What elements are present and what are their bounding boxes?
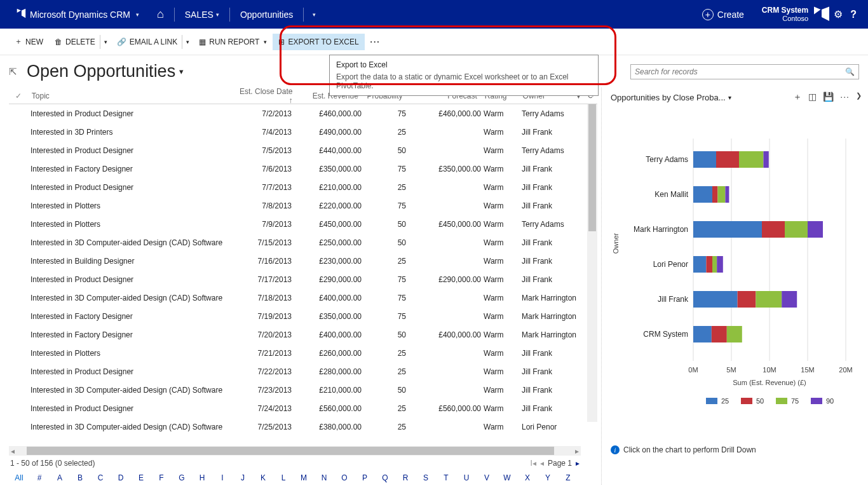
help-icon[interactable]: ? xyxy=(850,9,857,20)
table-row[interactable]: Interested in Plotters 7/21/2013 £260,00… xyxy=(9,344,597,362)
table-row[interactable]: Interested in Product Designer 7/22/2013… xyxy=(9,362,597,381)
alpha-#[interactable]: # xyxy=(29,473,50,482)
chevron-down-icon: ▾ xyxy=(179,67,184,76)
alpha-e[interactable]: E xyxy=(131,473,151,482)
table-row[interactable]: Interested in 3D Printers 7/4/2013 £490,… xyxy=(9,123,597,141)
table-row[interactable]: Interested in Building Designer 7/16/201… xyxy=(9,252,597,270)
table-row[interactable]: Interested in Plotters 7/8/2013 £220,000… xyxy=(9,196,597,215)
svg-rect-26 xyxy=(693,256,706,273)
first-page-button[interactable]: I◂ xyxy=(531,459,536,468)
collapse-chart-icon[interactable]: ❯ xyxy=(856,92,862,103)
entity-label: Opportunities xyxy=(240,10,293,20)
alpha-w[interactable]: W xyxy=(497,473,517,482)
prev-page-button[interactable]: ◂ xyxy=(540,459,544,468)
email-split[interactable]: ▾ xyxy=(182,35,193,49)
scroll-left-icon[interactable]: ◂ xyxy=(9,447,17,456)
svg-text:Sum (Est. Revenue) (£): Sum (Est. Revenue) (£) xyxy=(733,379,806,386)
area-sales[interactable]: SALES▾ xyxy=(176,0,228,29)
alpha-all[interactable]: All xyxy=(9,473,29,482)
scroll-right-icon[interactable]: ▸ xyxy=(573,447,581,456)
alpha-s[interactable]: S xyxy=(416,473,436,482)
alpha-k[interactable]: K xyxy=(253,473,273,482)
export-excel-button[interactable]: ⊞EXPORT TO EXCEL xyxy=(273,34,364,50)
delete-split[interactable]: ▾ xyxy=(100,35,111,49)
alpha-p[interactable]: P xyxy=(355,473,375,482)
user-info[interactable]: CRM System Contoso xyxy=(753,6,812,24)
alpha-d[interactable]: D xyxy=(111,473,131,482)
alpha-i[interactable]: I xyxy=(212,473,233,482)
view-selector[interactable]: Open Opportunities▾ xyxy=(27,62,184,81)
new-button[interactable]: ＋NEW xyxy=(9,32,49,51)
view-title-text: Open Opportunities xyxy=(27,62,175,81)
alpha-q[interactable]: Q xyxy=(375,473,395,482)
layout-icon[interactable]: ◫ xyxy=(808,92,817,103)
product-logo[interactable]: Microsoft Dynamics CRM ▾ xyxy=(6,0,148,29)
gear-icon[interactable]: ⚙ xyxy=(834,8,843,20)
alpha-r[interactable]: R xyxy=(395,473,416,482)
search-icon[interactable]: 🔍 xyxy=(845,67,855,76)
email-link-button[interactable]: 🔗EMAIL A LINK xyxy=(111,34,184,50)
svg-text:15M: 15M xyxy=(801,366,814,374)
add-chart-icon[interactable]: ＋ xyxy=(793,92,802,103)
search-input[interactable] xyxy=(635,67,845,76)
select-all-checkbox[interactable]: ✓ xyxy=(9,92,28,100)
table-row[interactable]: Interested in Product Designer 7/7/2013 … xyxy=(9,178,597,196)
alpha-g[interactable]: G xyxy=(172,473,192,482)
alpha-n[interactable]: N xyxy=(314,473,334,482)
cell-revenue: £210,000.00 xyxy=(298,183,364,192)
svg-rect-36 xyxy=(693,326,712,342)
search-records[interactable]: 🔍 xyxy=(630,64,859,79)
table-row[interactable]: Interested in Product Designer 7/2/2013 … xyxy=(9,104,597,123)
alpha-j[interactable]: J xyxy=(233,473,253,482)
pin-button[interactable]: ⇱ xyxy=(9,66,27,78)
table-row[interactable]: Interested in Product Designer 7/24/2013… xyxy=(9,399,597,417)
table-row[interactable]: Interested in Plotters 7/9/2013 £450,000… xyxy=(9,215,597,233)
save-chart-icon[interactable]: 💾 xyxy=(823,92,834,103)
alpha-b[interactable]: B xyxy=(70,473,90,482)
alpha-x[interactable]: X xyxy=(517,473,538,482)
table-row[interactable]: Interested in Factory Designer 7/20/2013… xyxy=(9,325,597,344)
cell-topic: Interested in 3D Printers xyxy=(28,128,231,137)
entity-opportunities[interactable]: Opportunities xyxy=(231,0,302,29)
alpha-f[interactable]: F xyxy=(151,473,172,482)
chart-canvas[interactable]: 0M5M10M15M20MTerry AdamsKen MallitMark H… xyxy=(611,132,858,437)
svg-text:10M: 10M xyxy=(763,366,776,374)
create-button[interactable]: + Create xyxy=(693,9,753,20)
table-row[interactable]: Interested in 3D Computer-aided Design (… xyxy=(9,417,597,436)
entity-dropdown[interactable]: ▾ xyxy=(305,0,321,29)
col-close-date[interactable]: Est. Close Date ↑ xyxy=(230,87,296,105)
cell-probability: 75 xyxy=(364,109,409,118)
table-row[interactable]: Interested in 3D Computer-aided Design (… xyxy=(9,288,597,307)
more-commands-button[interactable]: ··· xyxy=(365,34,386,50)
run-report-button[interactable]: ▦RUN REPORT▾ xyxy=(193,34,273,50)
table-row[interactable]: Interested in 3D Computer-aided Design (… xyxy=(9,233,597,252)
alpha-v[interactable]: V xyxy=(477,473,497,482)
delete-button[interactable]: 🗑DELETE xyxy=(49,34,101,50)
alpha-u[interactable]: U xyxy=(456,473,477,482)
alpha-m[interactable]: M xyxy=(294,473,314,482)
table-row[interactable]: Interested in Product Designer 7/17/2013… xyxy=(9,270,597,288)
chart-selector[interactable]: Opportunities by Close Proba...▾ xyxy=(611,93,793,102)
alpha-h[interactable]: H xyxy=(192,473,212,482)
alpha-z[interactable]: Z xyxy=(558,473,578,482)
home-button[interactable]: ⌂ xyxy=(148,0,173,29)
table-row[interactable]: Interested in Product Designer 7/5/2013 … xyxy=(9,141,597,159)
cell-revenue: £260,000.00 xyxy=(298,349,364,358)
table-row[interactable]: Interested in 3D Computer-aided Design (… xyxy=(9,381,597,399)
alpha-y[interactable]: Y xyxy=(538,473,558,482)
records-grid: ✓ Topic Est. Close Date ↑ Est. Revenue P… xyxy=(0,88,597,485)
next-page-button[interactable]: ▸ xyxy=(576,459,580,468)
chart-more-icon[interactable]: ··· xyxy=(840,92,850,103)
alpha-c[interactable]: C xyxy=(90,473,111,482)
alpha-t[interactable]: T xyxy=(436,473,456,482)
table-row[interactable]: Interested in Factory Designer 7/19/2013… xyxy=(9,307,597,325)
col-topic[interactable]: Topic xyxy=(28,92,230,100)
horizontal-scrollbar[interactable]: ◂ ▸ xyxy=(9,446,581,456)
alpha-o[interactable]: O xyxy=(334,473,355,482)
scroll-thumb[interactable] xyxy=(27,447,554,455)
vertical-scrollbar[interactable] xyxy=(587,104,597,422)
table-row[interactable]: Interested in Factory Designer 7/6/2013 … xyxy=(9,159,597,178)
alpha-a[interactable]: A xyxy=(50,473,70,482)
alpha-l[interactable]: L xyxy=(273,473,294,482)
scroll-thumb[interactable] xyxy=(588,104,596,231)
